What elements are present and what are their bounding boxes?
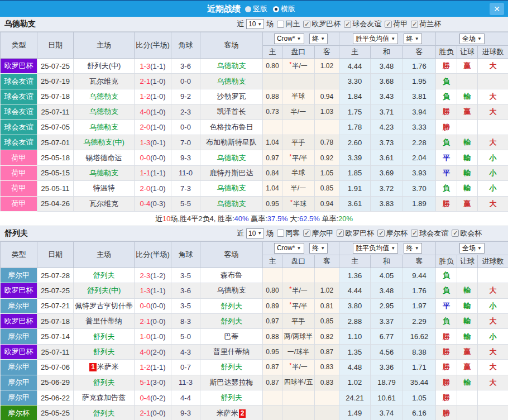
type-cell: 球会友谊 bbox=[1, 135, 37, 150]
league-filter-球会友谊[interactable]: ✓球会友谊 bbox=[344, 19, 381, 29]
col-header-home: 主场 bbox=[74, 241, 135, 268]
subcol-handicap-away: 客 bbox=[315, 255, 339, 268]
handicap-home-odds: 0.97 bbox=[263, 314, 282, 329]
checkbox-checked-icon[interactable]: ✓ bbox=[344, 21, 351, 28]
team-label: 乌德勒支 bbox=[217, 184, 246, 192]
radio-unselected-icon[interactable] bbox=[245, 6, 251, 12]
handicap-line: 半/一 bbox=[282, 104, 315, 120]
handicap-away-odds: 0.85 bbox=[315, 181, 339, 196]
final-odds-select[interactable]: 终▼ bbox=[309, 243, 328, 254]
type-cell: 球会友谊 bbox=[1, 120, 37, 135]
avg-away-odds: 8.38 bbox=[403, 344, 436, 359]
team-badge: 2 bbox=[239, 409, 246, 418]
league-filter-球会友谊[interactable]: ✓球会友谊 bbox=[411, 228, 448, 238]
handicap-away-odds: 0.83 bbox=[315, 375, 339, 390]
col-header-away: 客场 bbox=[200, 32, 263, 59]
date-cell: 25-05-15 bbox=[37, 165, 74, 180]
final-odds-select-2[interactable]: 终▼ bbox=[404, 243, 422, 254]
league-filter-欧罗巴杯[interactable]: ✓欧罗巴杯 bbox=[303, 19, 341, 29]
league-filter-摩尔甲[interactable]: ✓摩尔甲 bbox=[303, 228, 333, 238]
avg-away-odds: 2.04 bbox=[403, 150, 436, 165]
result-label: 輸 bbox=[464, 169, 471, 177]
same-away-filter[interactable]: 同客 bbox=[277, 228, 300, 238]
team-badge: 1 bbox=[89, 363, 97, 371]
avg-away-odds: 16.62 bbox=[403, 329, 436, 344]
date-cell: 25-05-18 bbox=[37, 150, 74, 165]
match-row: 欧罗巴杯25-07-25舒列夫(中)1-3(1-1)3-6乌德勒支0.80*半/… bbox=[1, 283, 508, 298]
scope-select[interactable]: 全场▼ bbox=[459, 243, 485, 254]
filter-recent-label: 近 bbox=[237, 19, 244, 29]
handicap-line: 平手 bbox=[282, 135, 315, 150]
same-home-filter[interactable]: 同主 bbox=[277, 19, 300, 29]
crown-odds-select[interactable]: Crow*▼ bbox=[274, 243, 304, 254]
fulltime-result: 平 bbox=[436, 165, 457, 180]
match-row: 摩尔甲25-07-061米萨米1-2(1-1)0-7舒列夫0.87*半/一0.8… bbox=[1, 360, 508, 375]
fulltime-result: 勝 bbox=[436, 104, 457, 120]
same-away-label: 同客 bbox=[285, 228, 300, 238]
avg-away-odds: 2.28 bbox=[403, 135, 436, 150]
handicap-home-odds: 0.73 bbox=[263, 104, 282, 120]
match-row: 欧罗巴杯25-07-25舒列夫(中)1-3(1-1)3-6乌德勒支0.80*半/… bbox=[1, 59, 508, 74]
panel-title: 近期战绩 bbox=[207, 4, 241, 15]
checkbox-unchecked-icon[interactable] bbox=[277, 230, 284, 237]
subcol-avg-away: 客 bbox=[403, 255, 436, 268]
corner-cell: 0-0 bbox=[171, 74, 200, 89]
checkbox-checked-icon[interactable]: ✓ bbox=[385, 21, 392, 28]
home-team-cell: 舒列夫 bbox=[74, 329, 135, 344]
checkbox-unchecked-icon[interactable] bbox=[277, 21, 284, 28]
fulltime-result: 負 bbox=[436, 181, 457, 196]
subcol-avg-home: 主 bbox=[339, 46, 371, 59]
checkbox-checked-icon[interactable]: ✓ bbox=[337, 230, 344, 237]
league-filter-荷甲[interactable]: ✓荷甲 bbox=[385, 19, 408, 29]
result-label: 勝 bbox=[443, 362, 450, 371]
recent-count-select[interactable]: 10 ▼ bbox=[246, 228, 264, 238]
team-label: 特温特 bbox=[93, 184, 115, 192]
score-cell: 2-0(1-0) bbox=[135, 181, 171, 196]
handicap-home-odds: 0.97 bbox=[263, 150, 282, 165]
team-label: 沙勒罗瓦 bbox=[217, 92, 246, 101]
handicap-result: 輸 bbox=[457, 283, 478, 298]
checkbox-checked-icon[interactable]: ✓ bbox=[303, 21, 310, 28]
league-filter-欧罗巴杯[interactable]: ✓欧罗巴杯 bbox=[337, 228, 374, 238]
final-odds-select-2[interactable]: 终▼ bbox=[404, 34, 422, 44]
checkbox-checked-icon[interactable]: ✓ bbox=[411, 21, 418, 28]
league-filter-欧会杯[interactable]: ✓欧会杯 bbox=[452, 228, 482, 238]
radio-selected-icon[interactable] bbox=[273, 6, 279, 12]
handicap-line: *平/半 bbox=[282, 150, 315, 165]
league-filter-荷兰杯[interactable]: ✓荷兰杯 bbox=[411, 19, 441, 29]
checkbox-checked-icon[interactable]: ✓ bbox=[411, 230, 418, 237]
date-cell: 25-05-11 bbox=[37, 181, 74, 196]
checkbox-checked-icon[interactable]: ✓ bbox=[377, 230, 385, 237]
league-filter-label: 欧会杯 bbox=[460, 228, 482, 238]
team-label: 乌德勒支 bbox=[217, 199, 246, 208]
checkbox-checked-icon[interactable]: ✓ bbox=[452, 230, 459, 237]
layout-option-horizontal[interactable]: 横版 bbox=[273, 4, 295, 14]
final-odds-select[interactable]: 终▼ bbox=[309, 34, 328, 44]
avg-draw-odds: 3.73 bbox=[371, 135, 403, 150]
scope-select[interactable]: 全场▼ bbox=[459, 34, 485, 44]
checkbox-checked-icon[interactable]: ✓ bbox=[303, 230, 310, 237]
league-filter-摩尔杯[interactable]: ✓摩尔杯 bbox=[377, 228, 408, 238]
avg-odds-select[interactable]: 胜平负均值▼ bbox=[353, 34, 398, 44]
home-team-cell: 舒列夫 bbox=[74, 344, 135, 359]
col-header-corner: 角球 bbox=[171, 241, 200, 268]
result-label: 勝 bbox=[443, 393, 450, 402]
layout-option-vertical[interactable]: 竖版 bbox=[245, 4, 267, 14]
crown-odds-select[interactable]: Crow*▼ bbox=[274, 34, 304, 44]
subcol-goals-result: 进球数 bbox=[478, 255, 508, 268]
score-cell: 1-3(0-1) bbox=[135, 135, 171, 150]
avg-home-odds: 4.44 bbox=[339, 283, 371, 298]
team-label: 舒列夫 bbox=[221, 393, 242, 402]
avg-draw-odds: 3.43 bbox=[371, 89, 403, 104]
handicap-away-odds: 0.81 bbox=[315, 298, 339, 313]
result-label: 負 bbox=[443, 184, 450, 192]
fulltime-result: 勝 bbox=[436, 360, 457, 375]
close-button[interactable]: ✕ bbox=[490, 3, 504, 15]
score-cell: 1-2(1-0) bbox=[135, 89, 171, 104]
recent-count-select[interactable]: 10 ▼ bbox=[246, 19, 264, 29]
handicap-line: 平手 bbox=[282, 314, 315, 329]
handicap-away-odds: 0.83 bbox=[315, 360, 339, 375]
avg-away-odds: 35.44 bbox=[403, 375, 436, 390]
avg-odds-select[interactable]: 胜平负均值▼ bbox=[353, 243, 398, 254]
score-cell: 1-2(1-1) bbox=[135, 360, 171, 375]
